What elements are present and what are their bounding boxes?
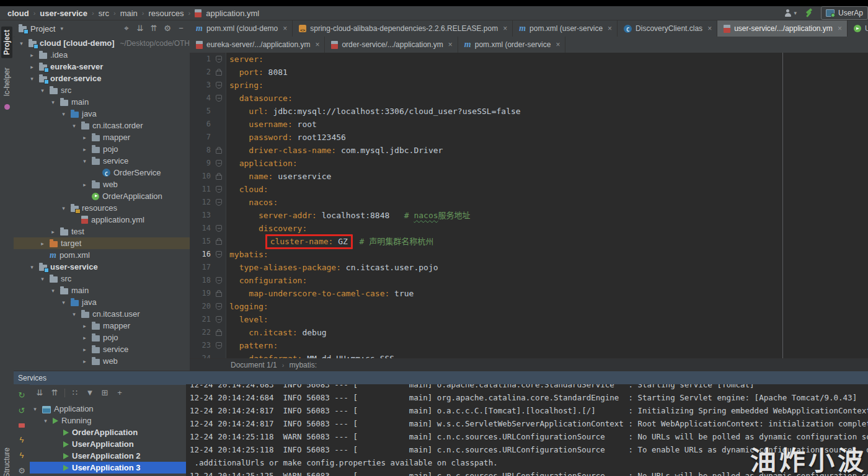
hide-icon[interactable]: − — [176, 24, 186, 33]
close-icon[interactable]: × — [838, 24, 842, 33]
rerun-icon[interactable]: ↻ — [17, 390, 27, 400]
tab-spring-cloud-alibaba-dependencies-2-2-6-release-pom[interactable]: spring-cloud-alibaba-dependencies-2.2.6.… — [293, 20, 513, 37]
lock-marker-icon[interactable] — [216, 149, 222, 154]
hotswap-debug-icon[interactable]: ϟ — [17, 451, 27, 461]
tab-user-service-application-ym[interactable]: user-service/.../application.ym× — [717, 20, 848, 37]
services-panel-header[interactable]: Services — [14, 371, 868, 385]
tree-collapsed-arrow-icon[interactable]: ▸ — [28, 52, 36, 58]
close-icon[interactable]: × — [608, 24, 612, 33]
collaborators-button[interactable]: ▾ — [783, 9, 797, 17]
fold-marker-icon[interactable] — [216, 251, 222, 258]
tree-collapsed-arrow-icon[interactable]: ▸ — [49, 229, 57, 235]
project-item-main[interactable]: ▾main — [14, 96, 190, 108]
breadcrumb-item-user-service[interactable]: user-service — [40, 9, 87, 18]
close-icon[interactable]: × — [556, 40, 560, 49]
tab-pom-xml-cloud-demo[interactable]: mpom.xml (cloud-demo× — [190, 20, 293, 37]
project-item-cn-itcast-user[interactable]: ▾cn.itcast.user — [14, 308, 190, 320]
project-item-application-yml[interactable]: application.yml — [14, 214, 190, 226]
fold-marker-icon[interactable] — [216, 82, 222, 89]
fold-marker-icon[interactable] — [216, 225, 222, 232]
filter-icon[interactable]: ▼ — [85, 388, 95, 398]
breadcrumb-item-main[interactable]: main — [120, 9, 138, 18]
close-icon[interactable]: × — [448, 40, 453, 49]
chevron-down-icon[interactable]: ▾ — [60, 25, 63, 32]
project-item-test[interactable]: ▸test — [14, 226, 190, 237]
project-item-pojo[interactable]: ▸pojo — [14, 332, 190, 343]
build-run-icon[interactable]: ↺ — [17, 406, 27, 416]
tab-order-service-application-ym[interactable]: order-service/.../application.ym× — [325, 37, 458, 53]
tree-expanded-arrow-icon[interactable]: ▾ — [28, 76, 36, 82]
editor[interactable]: 123456789101112131415161718192021222324 … — [190, 53, 868, 358]
project-item-order-service[interactable]: ▾order-service — [14, 73, 190, 84]
toolwindow-project-button[interactable]: Project — [1, 27, 12, 58]
project-item-cloud-cloud-demo[interactable]: ▾cloud [cloud-demo]~/Desktop/code/OTHI — [14, 37, 190, 49]
breadcrumb-item-src[interactable]: src — [99, 9, 109, 18]
yaml-node-breadcrumb[interactable]: mybatis: — [289, 361, 317, 369]
project-item-target[interactable]: ▸target — [14, 237, 190, 249]
plus-icon[interactable]: + — [115, 388, 125, 398]
service-item-userapplication[interactable]: UserApplication — [30, 438, 186, 450]
locate-icon[interactable]: ⌖ — [122, 24, 131, 33]
service-item-userapplication-2[interactable]: UserApplication 2 — [30, 450, 186, 462]
close-icon[interactable]: × — [707, 24, 712, 33]
tab-discoveryclient-clas[interactable]: DiscoveryClient.clas× — [618, 20, 717, 37]
tree-collapsed-arrow-icon[interactable]: ▸ — [81, 146, 89, 152]
project-item-java[interactable]: ▾java — [14, 108, 190, 120]
breadcrumb-item-resources[interactable]: resources — [149, 9, 184, 18]
tab-pom-xml-user-service[interactable]: mpom.xml (user-service× — [513, 20, 618, 37]
project-item-main[interactable]: ▾main — [14, 284, 190, 296]
expand-all-icon[interactable]: ⇊ — [135, 24, 145, 33]
project-item-pom-xml[interactable]: mpom.xml — [14, 249, 190, 261]
service-item-orderapplication[interactable]: OrderApplication — [30, 426, 186, 438]
tab-userapplicat[interactable]: UserApplicat — [848, 20, 868, 37]
add-tab-icon[interactable]: ⊞ — [100, 388, 110, 398]
project-item-src[interactable]: ▾src — [14, 273, 190, 284]
tree-expanded-arrow-icon[interactable]: ▾ — [38, 87, 46, 94]
collapse-all-icon[interactable]: ⇈ — [50, 388, 60, 398]
close-icon[interactable]: × — [315, 40, 319, 49]
project-item-orderservice[interactable]: OrderService — [14, 167, 190, 178]
project-item-java[interactable]: ▾java — [14, 296, 190, 308]
tree-collapsed-arrow-icon[interactable]: ▸ — [28, 64, 36, 70]
tree-expanded-arrow-icon[interactable]: ▾ — [70, 123, 78, 129]
tree-expanded-arrow-icon[interactable]: ▾ — [38, 276, 46, 282]
run-config-selector[interactable]: UserAp — [821, 6, 868, 20]
project-panel-title[interactable]: Project — [30, 24, 55, 33]
lock-marker-icon[interactable] — [216, 71, 222, 76]
tree-expanded-arrow-icon[interactable]: ▾ — [60, 111, 68, 117]
tree-expanded-arrow-icon[interactable]: ▾ — [49, 99, 57, 105]
tab-pom-xml-order-service[interactable]: mpom.xml (order-service× — [458, 37, 566, 53]
project-item-service[interactable]: ▾service — [14, 155, 190, 167]
tree-expanded-arrow-icon[interactable]: ▾ — [28, 264, 36, 270]
lc-helper-icon[interactable] — [4, 104, 10, 110]
tree-collapsed-arrow-icon[interactable]: ▸ — [81, 358, 89, 364]
toolwindow-lc-helper-button[interactable]: lc-helper — [1, 64, 12, 99]
close-icon[interactable]: × — [283, 24, 287, 33]
hotswap-run-icon[interactable]: ϟ — [17, 435, 27, 445]
tab-eureka-server-application-ym[interactable]: eureka-server/.../application.ym× — [190, 37, 325, 53]
fold-marker-icon[interactable] — [216, 160, 222, 167]
project-item-orderapplication[interactable]: OrderApplication — [14, 190, 190, 202]
close-icon[interactable]: × — [503, 24, 507, 33]
tree-expanded-arrow-icon[interactable]: ▾ — [60, 299, 68, 306]
toolwindow-structure-button[interactable]: Structure — [1, 444, 12, 476]
project-item-resources[interactable]: ▾resources — [14, 202, 190, 214]
fold-marker-icon[interactable] — [216, 303, 222, 310]
tree-expanded-arrow-icon[interactable]: ▾ — [31, 406, 39, 412]
fold-marker-icon[interactable] — [216, 277, 222, 284]
fold-marker-icon[interactable] — [216, 342, 222, 349]
service-item-application[interactable]: ▾Application — [30, 403, 186, 415]
group-by-icon[interactable]: ∷ — [70, 388, 80, 398]
tree-expanded-arrow-icon[interactable]: ▾ — [60, 205, 68, 211]
fold-marker-icon[interactable] — [216, 199, 222, 206]
tree-expanded-arrow-icon[interactable]: ▾ — [70, 311, 78, 317]
expand-all-icon[interactable]: ⇊ — [35, 388, 45, 398]
project-item-eureka-server[interactable]: ▸eureka-server — [14, 61, 190, 73]
project-item-pojo[interactable]: ▸pojo — [14, 143, 190, 155]
project-item-web[interactable]: ▸web — [14, 178, 190, 190]
tree-collapsed-arrow-icon[interactable]: ▸ — [81, 182, 89, 188]
tree-collapsed-arrow-icon[interactable]: ▸ — [81, 335, 89, 341]
service-item-running[interactable]: ▾Running — [30, 415, 186, 426]
build-hammer-icon[interactable] — [804, 9, 813, 18]
tree-expanded-arrow-icon[interactable]: ▾ — [49, 288, 57, 294]
